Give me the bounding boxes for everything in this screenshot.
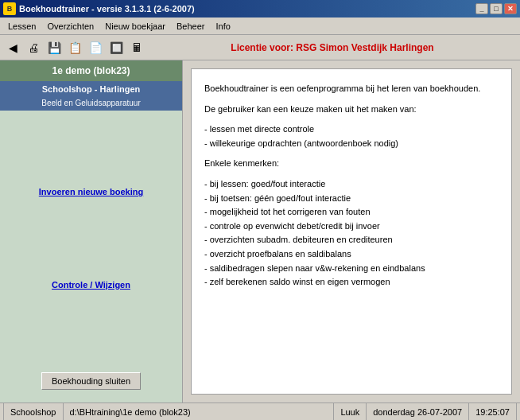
- info-para3-item3: - controle op evenwicht debet/credit bij…: [204, 220, 499, 234]
- menu-bar: Lessen Overzichten Nieuw boekjaar Beheer…: [0, 18, 520, 35]
- license-text: Licentie voor: RSG Simon Vestdijk Harlin…: [148, 42, 517, 53]
- toolbar-copy-icon[interactable]: 📋: [65, 38, 84, 57]
- toolbar-print-icon[interactable]: 🖨: [24, 38, 43, 57]
- toolbar-back-icon[interactable]: ◀: [3, 38, 22, 57]
- status-schoolshop: Schoolshop: [3, 403, 64, 420]
- app-icon: B: [3, 2, 16, 15]
- info-para2-header: De gebruiker kan een keuze maken uit het…: [204, 103, 499, 117]
- content-area: Boekhoudtrainer is een oefenprogramma bi…: [183, 60, 520, 402]
- link-invoeren-nieuwe-boeking[interactable]: Invoeren nieuwe boeking: [0, 181, 182, 203]
- menu-beheer[interactable]: Beheer: [172, 20, 209, 33]
- title-bar-left: B Boekhoudtrainer - versie 3.1.3.1 (2-6-…: [3, 2, 195, 15]
- menu-lessen[interactable]: Lessen: [3, 20, 41, 33]
- status-time: 19:25:07: [469, 403, 517, 420]
- main-container: 1e demo (blok23) Schoolshop - Harlingen …: [0, 60, 520, 402]
- menu-info[interactable]: Info: [211, 20, 235, 33]
- info-para1: Boekhoudtrainer is een oefenprogramma bi…: [204, 82, 499, 96]
- info-para3-item0: - bij lessen: goed/fout interactie: [204, 177, 499, 192]
- menu-nieuw-boekjaar[interactable]: Nieuw boekjaar: [100, 20, 170, 33]
- info-para3-item6: - saldibedragen slepen naar v&w-rekening…: [204, 262, 499, 276]
- info-section2: De gebruiker kan een keuze maken uit het…: [204, 103, 499, 151]
- status-user: Luuk: [334, 403, 367, 420]
- info-para3-item5: - overzicht proefbalans en saldibalans: [204, 247, 499, 262]
- title-text: Boekhoudtrainer - versie 3.1.3.1 (2-6-20…: [19, 4, 195, 14]
- sidebar-spacer-mid: [0, 203, 182, 273]
- info-para3-item7: - zelf berekenen saldo winst en eigen ve…: [204, 275, 499, 290]
- boekhouding-sluiten-button[interactable]: Boekhouding sluiten: [41, 372, 141, 390]
- toolbar-save-icon[interactable]: 💾: [45, 38, 64, 57]
- sidebar-spacer-bottom: [0, 296, 182, 366]
- info-box: Boekhoudtrainer is een oefenprogramma bi…: [191, 68, 512, 395]
- menu-overzichten[interactable]: Overzichten: [42, 20, 99, 33]
- restore-button[interactable]: □: [490, 3, 503, 14]
- sidebar-title: 1e demo (blok23): [0, 60, 182, 81]
- toolbar-paste-icon[interactable]: 📄: [86, 38, 105, 57]
- info-para2-item0: - lessen met directe controle: [204, 122, 499, 137]
- toolbar-calc-icon[interactable]: 🖩: [127, 38, 146, 57]
- info-section3: Enkele kenmerken: - bij lessen: goed/fou…: [204, 157, 499, 289]
- toolbar-erase-icon[interactable]: 🔲: [107, 38, 126, 57]
- status-bar: Schoolshop d:\BHtraining\1e demo (blok23…: [0, 402, 520, 420]
- toolbar: ◀ 🖨 💾 📋 📄 🔲 🖩 Licentie voor: RSG Simon V…: [0, 35, 520, 60]
- link-controle-wijzigen[interactable]: Controle / Wijzigen: [0, 274, 182, 296]
- window-controls: _ □ ✕: [475, 3, 517, 14]
- close-button[interactable]: ✕: [504, 3, 517, 14]
- status-path: d:\BHtraining\1e demo (blok23): [64, 403, 335, 420]
- status-date: donderdag 26-07-2007: [367, 403, 469, 420]
- sidebar-spacer-top: [0, 111, 182, 181]
- info-para2-item1: - willekeurige opdrachten (antwoordenboe…: [204, 137, 499, 151]
- sidebar: 1e demo (blok23) Schoolshop - Harlingen …: [0, 60, 183, 402]
- minimize-button[interactable]: _: [475, 3, 488, 14]
- sidebar-subtitle-line2: Beeld en Geluidsapparatuur: [0, 97, 182, 111]
- info-para3-item2: - mogelijkheid tot het corrigeren van fo…: [204, 205, 499, 220]
- info-para3-header: Enkele kenmerken:: [204, 157, 499, 171]
- info-para3-item4: - overzichten subadm. debiteuren en cred…: [204, 233, 499, 247]
- info-para3-item1: - bij toetsen: géén goed/fout interactie: [204, 192, 499, 206]
- sidebar-button-area: Boekhouding sluiten: [0, 366, 182, 396]
- title-bar: B Boekhoudtrainer - versie 3.1.3.1 (2-6-…: [0, 0, 520, 18]
- sidebar-subtitle-line1: Schoolshop - Harlingen: [0, 81, 182, 97]
